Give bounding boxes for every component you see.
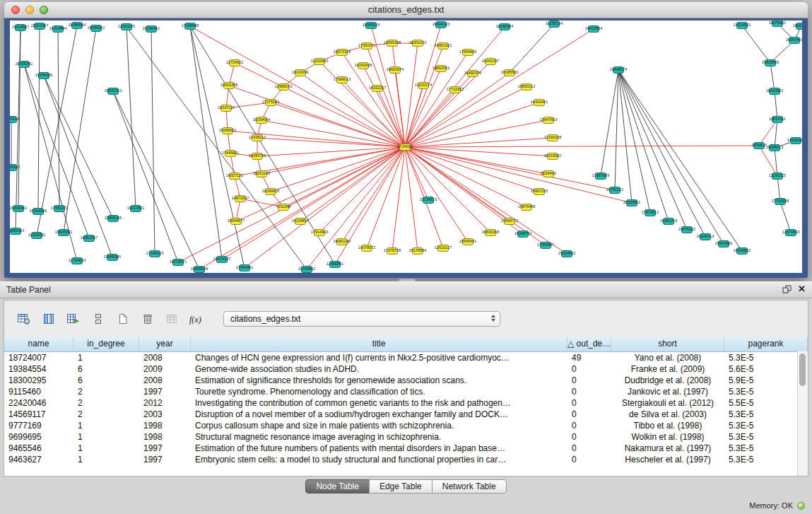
scrollbar-thumb[interactable] (799, 354, 806, 386)
table-row[interactable]: 1830029562008Estimation of significance … (4, 375, 808, 386)
graph-node[interactable]: 15829955 (765, 59, 776, 66)
graph-node[interactable]: 15146401 (146, 25, 157, 33)
graph-node[interactable]: 17667909 (595, 173, 606, 180)
graph-node[interactable]: 20405342 (18, 61, 30, 68)
graph-node[interactable]: 18384564 (71, 22, 83, 29)
graph-node[interactable]: 20600461 (13, 205, 24, 212)
graph-node[interactable]: 12160115 (772, 173, 783, 180)
graph-node[interactable]: 17081971 (361, 42, 372, 49)
window-titlebar[interactable]: citations_edges.txt (4, 2, 808, 18)
graph-node[interactable]: 15820212 (521, 83, 532, 90)
graph-node[interactable]: 15474147 (216, 256, 228, 263)
graph-node[interactable]: 20178594 (412, 247, 423, 255)
table-row[interactable]: 946554611997Estimation of the future num… (4, 443, 808, 454)
graph-node[interactable]: 7252348 (278, 204, 289, 211)
tab-edge-table[interactable]: Edge Table (369, 479, 433, 493)
graph-node[interactable]: 17554406 (462, 49, 473, 56)
delete-column-icon[interactable] (138, 310, 157, 328)
graph-node[interactable]: 18668039 (194, 266, 205, 273)
graph-node[interactable]: 19905381 (58, 229, 69, 236)
graph-node[interactable]: 15056601 (222, 127, 233, 134)
table-row[interactable]: 1938455462009Genome-wide association stu… (4, 363, 808, 375)
graph-node[interactable]: 18393561 (626, 199, 637, 206)
tab-node-table[interactable]: Node Table (305, 479, 370, 493)
column-header-name[interactable]: name (4, 337, 73, 351)
graph-node[interactable]: 18254064 (256, 117, 267, 124)
column-header-pagerank[interactable]: pagerank (724, 337, 808, 351)
table-row[interactable]: 946362711997Embryonic stem cells: a mode… (4, 454, 808, 465)
graph-node[interactable]: 18663974 (389, 66, 401, 74)
graph-node[interactable]: 16461219 (663, 218, 674, 225)
import-table-icon[interactable] (163, 310, 182, 328)
graph-node[interactable]: 19086053 (10, 228, 21, 235)
graph-node[interactable]: 12724622 (229, 59, 240, 66)
graph-node[interactable]: 19565358 (387, 40, 398, 47)
graph-node[interactable]: 14521911 (772, 116, 783, 123)
graph-node[interactable]: 18180304 (499, 23, 510, 30)
table-selector[interactable]: citations_edges.txt (223, 311, 500, 327)
graph-node[interactable]: 17081972 (54, 205, 65, 212)
graph-node[interactable]: 14242008 (358, 62, 369, 69)
graph-node[interactable]: 19013551 (130, 205, 141, 212)
table-scrollbar[interactable] (797, 351, 808, 476)
graph-node[interactable]: 20531223 (107, 88, 119, 95)
graph-node[interactable]: 18185500 (504, 69, 515, 76)
graph-node[interactable]: 16079902 (772, 21, 783, 27)
graph-node[interactable]: 18957205 (534, 188, 545, 195)
graph-node[interactable]: 19419567 (15, 24, 26, 31)
graph-node[interactable]: 17048988 (184, 23, 196, 30)
graph-canvas[interactable]: 1724016183010321986120217554406160412971… (10, 21, 802, 273)
graph-node[interactable]: 16016592 (547, 153, 558, 160)
graph-node[interactable]: 19245862 (301, 266, 312, 273)
graph-node[interactable]: 19412504 (588, 25, 599, 33)
graph-node[interactable]: 16337211 (220, 105, 232, 112)
graph-node[interactable]: 18204502 (736, 247, 748, 255)
graph-node[interactable]: 16319994 (52, 25, 64, 33)
graph-node[interactable]: 19027121 (229, 173, 240, 180)
graph-node[interactable]: 16492376 (467, 70, 478, 77)
graph-node[interactable]: 18544577 (230, 218, 242, 225)
graph-node[interactable]: 18545491 (462, 238, 473, 245)
graph-node[interactable]: 12202063 (314, 58, 325, 65)
graph-node[interactable]: 17064461 (239, 264, 250, 271)
graph-node[interactable]: 16061290 (336, 238, 348, 245)
table-row[interactable]: 977716911998Corpus callosum shape and si… (4, 420, 808, 431)
graph-node[interactable]: 15048750 (517, 230, 529, 238)
graph-node[interactable]: 15905155 (107, 215, 119, 222)
graph-node[interactable]: 12970603 (785, 229, 796, 236)
graph-node[interactable]: 19862651 (435, 65, 447, 72)
table-row[interactable]: 1872400712008Changes of HCN gene express… (4, 352, 808, 363)
close-panel-icon[interactable]: ✕ (798, 284, 806, 294)
graph-node[interactable]: 12610127 (437, 245, 449, 252)
graph-node[interactable]: 16266815 (265, 188, 276, 195)
graph-node[interactable]: 16055306 (38, 72, 49, 79)
graph-node[interactable]: 12724623 (71, 257, 83, 264)
graph-node[interactable]: 9275204 (10, 116, 17, 123)
graph-node[interactable]: 19410956 (718, 240, 729, 247)
new-file-icon[interactable] (113, 310, 132, 328)
graph-node[interactable]: 18923514 (796, 23, 802, 30)
graph-node[interactable]: 10647603 (543, 117, 554, 124)
graph-node[interactable]: 16604103 (435, 21, 447, 28)
graph-node[interactable]: 19875458 (521, 204, 532, 211)
graph-node[interactable]: 12439210 (252, 134, 263, 141)
graph-node[interactable]: 17710938 (775, 198, 786, 205)
graph-node[interactable]: 12518002 (31, 232, 42, 239)
graph-node[interactable]: 20021067 (34, 23, 45, 30)
graph-node[interactable]: 19905395 (107, 254, 118, 261)
graph-node[interactable]: 17044103 (149, 250, 160, 257)
graph-node[interactable]: 18261143 (256, 170, 267, 177)
column-header-in_degree[interactable]: in_degree (73, 337, 139, 351)
graph-node[interactable]: 18301032 (412, 40, 423, 47)
graph-node[interactable]: 16116091 (295, 69, 306, 76)
table-row[interactable]: 2242004622012Investigating the contribut… (4, 397, 808, 409)
graph-node[interactable]: 16046413 (700, 233, 711, 240)
graph-node[interactable]: 15234817 (295, 218, 306, 225)
graph-node[interactable]: 19448274 (613, 66, 624, 74)
column-header-year[interactable]: year (139, 337, 191, 351)
graph-node[interactable]: 19494202 (90, 25, 102, 32)
graph-node[interactable]: 15134515 (423, 197, 434, 204)
table-settings-icon[interactable] (14, 310, 33, 328)
graph-node[interactable]: 14646302 (790, 137, 801, 144)
graph-node[interactable]: 16332267 (372, 85, 383, 92)
